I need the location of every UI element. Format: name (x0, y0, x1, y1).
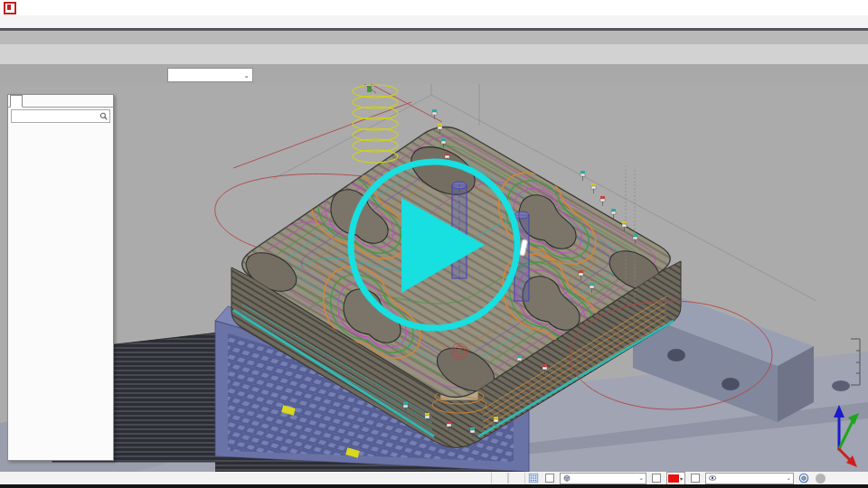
command-combobox[interactable]: ⌄ (167, 68, 253, 82)
reference-selector[interactable]: ⌄ (560, 473, 646, 484)
tab-machining[interactable] (10, 95, 23, 108)
chevron-down-icon: ▾ (679, 475, 684, 482)
current-color-swatch[interactable]: ▾ (666, 472, 685, 485)
machining-panel (7, 94, 114, 461)
color-swatch (668, 474, 679, 483)
grid-snap-icon[interactable] (528, 473, 539, 483)
help-button[interactable] (816, 474, 826, 483)
layer-checkbox[interactable] (691, 474, 700, 483)
ribbon-tool-row (0, 44, 868, 65)
chevron-down-icon: ⌄ (638, 474, 644, 482)
layer-selector[interactable]: ⌄ (705, 473, 794, 484)
search-icon (99, 112, 108, 120)
eye-icon (708, 474, 717, 483)
chevron-down-icon: ⌄ (243, 71, 252, 80)
wcs-cube-icon (562, 474, 571, 483)
chevron-down-icon: ⌄ (786, 474, 791, 482)
menu-bar (0, 15, 868, 28)
go2cam-window: ⌄ (0, 0, 868, 488)
ribbon-tab-row (0, 31, 868, 44)
window-bottom-edge (0, 484, 868, 488)
color-checkbox[interactable] (652, 474, 661, 483)
command-bar: ⌄ (0, 64, 868, 85)
titlebar (0, 0, 868, 15)
cad-scene (0, 84, 868, 472)
x-coordinate (491, 473, 508, 483)
view-orientation-icon[interactable] (798, 473, 809, 483)
search-input[interactable] (12, 112, 99, 120)
status-bar: ⌄ ▾ ⌄ (0, 472, 868, 484)
viewport-3d[interactable] (0, 84, 868, 472)
app-logo-icon (4, 2, 16, 14)
tree-search[interactable] (11, 109, 110, 123)
y-coordinate (508, 473, 525, 483)
reference-checkbox[interactable] (545, 474, 554, 483)
